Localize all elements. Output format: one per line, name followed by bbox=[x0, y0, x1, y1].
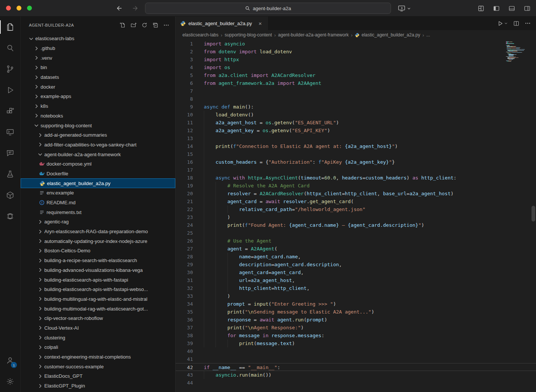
tree-folder-clip-vector-search-roboflow[interactable]: clip-vector-search-roboflow bbox=[21, 314, 175, 323]
tree-folder-boston-celtics-demo[interactable]: Boston-Celtics-Demo bbox=[21, 246, 175, 256]
code-line-36[interactable]: 36 response = await agent.run(prompt) bbox=[176, 316, 536, 324]
code-line-19[interactable]: 19 # Resolve the A2A Agent Card bbox=[176, 182, 536, 190]
tree-folder-example-apps[interactable]: example-apps bbox=[21, 92, 175, 101]
code-line-43[interactable]: 43 asyncio.run(main()) bbox=[176, 371, 536, 379]
code-line-28[interactable]: 28 name=agent_card.name, bbox=[176, 253, 536, 261]
code-line-2[interactable]: 2from dotenv import load_dotenv bbox=[176, 48, 536, 56]
activity-bar-item-explorer[interactable] bbox=[0, 17, 20, 38]
activity-bar-item-search[interactable] bbox=[0, 38, 20, 59]
code-line-5[interactable]: 5from a2a.client import A2ACardResolver bbox=[176, 71, 536, 79]
more-icon[interactable] bbox=[163, 22, 169, 28]
code-editor[interactable]: 1import asyncio2from dotenv import load_… bbox=[176, 40, 536, 392]
tree-file-readme-md[interactable]: README.md bbox=[21, 198, 175, 208]
tree-folder--venv[interactable]: .venv bbox=[21, 53, 175, 63]
activity-bar-item-settings[interactable] bbox=[0, 371, 20, 392]
tree-folder-context-engineering-mistral-completions[interactable]: context-engineering-mistral-completions bbox=[21, 352, 175, 362]
tree-folder-elasticsearch-labs[interactable]: elasticsearch-labs bbox=[21, 34, 175, 44]
tree-file-docker-compose-yml[interactable]: docker-compose.yml bbox=[21, 159, 175, 169]
tree-file-dockerfile[interactable]: Dockerfile bbox=[21, 169, 175, 179]
code-line-12[interactable]: 12 a2a_agent_key = os.getenv("ES_API_KEY… bbox=[176, 127, 536, 134]
tree-folder-notebooks[interactable]: notebooks bbox=[21, 111, 175, 121]
run-python-file-icon[interactable] bbox=[497, 20, 508, 27]
code-line-6[interactable]: 6from agent_framework.a2a import A2AAgen… bbox=[176, 79, 536, 87]
code-line-37[interactable]: 37 print("\nAgent Response:") bbox=[176, 324, 536, 332]
toggle-primary-sidebar-icon[interactable] bbox=[493, 5, 500, 12]
tree-file-elastic-agent-builder-a2a-py[interactable]: elastic_agent_builder_a2a.py bbox=[21, 178, 175, 188]
tree-folder--github[interactable]: .github bbox=[21, 44, 175, 53]
minimap[interactable] bbox=[506, 41, 531, 62]
tab-elastic-agent-builder-a2a-py[interactable]: elastic_agent_builder_a2a.py × bbox=[176, 17, 268, 30]
activity-bar-item-remote-explorer[interactable] bbox=[0, 122, 20, 143]
code-line-44[interactable]: 44 bbox=[176, 379, 536, 387]
tree-folder-building-multimodal-rag-with-elasticsearch-got-[interactable]: building-multimodal-rag-with-elasticsear… bbox=[21, 304, 175, 314]
tree-folder-add-ai-generated-summaries[interactable]: add-ai-generated-summaries bbox=[21, 130, 175, 140]
code-line-42[interactable]: 42if __name__ == "__main__": bbox=[176, 363, 536, 371]
code-line-14[interactable]: 14 print(f"Connection to Elastic A2A age… bbox=[176, 142, 536, 150]
breadcrumb-item[interactable]: ... bbox=[426, 32, 430, 38]
code-line-26[interactable]: 26 # Use the Agent bbox=[176, 237, 536, 245]
code-line-15[interactable]: 15 bbox=[176, 150, 536, 158]
tree-folder-building-a-recipe-search-with-elasticsearch[interactable]: building-a-recipe-search-with-elasticsea… bbox=[21, 256, 175, 265]
code-line-33[interactable]: 33 ) bbox=[176, 292, 536, 300]
breadcrumb-item[interactable]: agent-builder-a2a-agent-framework bbox=[278, 32, 349, 38]
command-center-search[interactable]: agent-builder-a2a bbox=[145, 3, 391, 14]
more-actions-icon[interactable] bbox=[525, 20, 531, 26]
code-line-8[interactable]: 8 bbox=[176, 95, 536, 103]
activity-bar-item-containers[interactable] bbox=[0, 185, 20, 206]
breadcrumb-item[interactable]: elasticsearch-labs bbox=[182, 32, 218, 38]
close-window-button[interactable] bbox=[6, 6, 11, 11]
code-line-10[interactable]: 10 load_dotenv() bbox=[176, 111, 536, 119]
code-line-31[interactable]: 31 url=a2a_agent_host, bbox=[176, 276, 536, 284]
code-line-24[interactable]: 24 print(f"Found Agent: {agent_card.name… bbox=[176, 221, 536, 229]
activity-bar-item-source-control[interactable] bbox=[0, 59, 20, 80]
tree-folder-colpali[interactable]: colpali bbox=[21, 342, 175, 352]
activity-bar-item-testing[interactable] bbox=[0, 164, 20, 185]
zoom-window-button[interactable] bbox=[27, 6, 32, 11]
code-line-34[interactable]: 34 prompt = input("Enter Greeting >>> ") bbox=[176, 300, 536, 308]
collapse-all-icon[interactable] bbox=[152, 22, 158, 28]
tree-folder-building-elasticsearch-apis-with-fastapi[interactable]: building-elasticsearch-apis-with-fastapi bbox=[21, 275, 175, 285]
tree-folder-clustering[interactable]: clustering bbox=[21, 333, 175, 342]
code-line-29[interactable]: 29 description=agent_card.description, bbox=[176, 261, 536, 268]
activity-bar-item-accounts[interactable]: 1 bbox=[0, 350, 20, 371]
tree-folder-elasticdocs-gpt[interactable]: ElasticDocs_GPT bbox=[21, 371, 175, 381]
code-line-11[interactable]: 11 a2a_agent_host = os.getenv("ES_AGENT_… bbox=[176, 119, 536, 127]
tree-folder-building-elasticsearch-apis-with-fastapi-webso-[interactable]: building-elasticsearch-apis-with-fastapi… bbox=[21, 285, 175, 294]
activity-bar-item-jupyter[interactable] bbox=[0, 206, 20, 227]
back-icon[interactable] bbox=[115, 4, 123, 12]
code-line-3[interactable]: 3import httpx bbox=[176, 56, 536, 63]
code-line-13[interactable]: 13 bbox=[176, 134, 536, 142]
tree-folder-automatically-updating-your-index-nodejs-azure[interactable]: automatically-updating-your-index-nodejs… bbox=[21, 236, 175, 246]
tree-folder-elasticgpt-plugin[interactable]: ElasticGPT_Plugin bbox=[21, 381, 175, 391]
refresh-icon[interactable] bbox=[142, 22, 148, 28]
code-line-20[interactable]: 20 resolver = A2ACardResolver(httpx_clie… bbox=[176, 190, 536, 198]
breadcrumb-item[interactable]: elastic_agent_builder_a2a.py bbox=[355, 32, 420, 38]
tree-folder-agentic-rag[interactable]: agentic-rag bbox=[21, 217, 175, 227]
tree-folder-building-multilingual-rag-with-elastic-and-mistral[interactable]: building-multilingual-rag-with-elastic-a… bbox=[21, 294, 175, 304]
tree-folder-aryn-elasticsearch-rag-data-preparation-demo[interactable]: Aryn-elasticsearch-RAG-data-preparation-… bbox=[21, 227, 175, 237]
tree-folder-docker[interactable]: docker bbox=[21, 82, 175, 92]
toggle-secondary-sidebar-icon[interactable] bbox=[524, 5, 531, 12]
code-line-25[interactable]: 25 bbox=[176, 229, 536, 237]
tree-folder-add-filter-capabilities-to-vega-sankey-chart[interactable]: add-filter-capabilities-to-vega-sankey-c… bbox=[21, 140, 175, 150]
scrollbar-thumb[interactable] bbox=[531, 206, 535, 222]
activity-bar-item-extensions[interactable] bbox=[0, 101, 20, 122]
code-line-1[interactable]: 1import asyncio bbox=[176, 40, 536, 48]
code-line-7[interactable]: 7 bbox=[176, 87, 536, 95]
code-line-22[interactable]: 22 relative_card_path="/helloworld_agent… bbox=[176, 205, 536, 213]
code-line-27[interactable]: 27 agent = A2AAgent( bbox=[176, 245, 536, 253]
tree-file-requirements-txt[interactable]: requirements.txt bbox=[21, 207, 175, 217]
remote-window-icon[interactable] bbox=[397, 4, 411, 12]
code-line-32[interactable]: 32 http_client=http_client, bbox=[176, 284, 536, 292]
code-line-21[interactable]: 21 agent_card = await resolver.get_agent… bbox=[176, 198, 536, 205]
new-folder-icon[interactable] bbox=[131, 22, 137, 28]
tree-folder-building-advanced-visualizations-kibana-vega[interactable]: building-advanced-visualizations-kibana-… bbox=[21, 265, 175, 275]
code-line-4[interactable]: 4import os bbox=[176, 63, 536, 71]
code-line-30[interactable]: 30 agent_card=agent_card, bbox=[176, 268, 536, 276]
code-line-40[interactable]: 40 bbox=[176, 347, 536, 355]
code-line-9[interactable]: 9async def main(): bbox=[176, 103, 536, 111]
code-line-16[interactable]: 16 custom_headers = {"Authorization": f"… bbox=[176, 158, 536, 166]
new-file-icon[interactable] bbox=[120, 22, 126, 28]
code-line-35[interactable]: 35 print("\nSending message to Elastic A… bbox=[176, 308, 536, 316]
tree-folder-bin[interactable]: bin bbox=[21, 63, 175, 72]
